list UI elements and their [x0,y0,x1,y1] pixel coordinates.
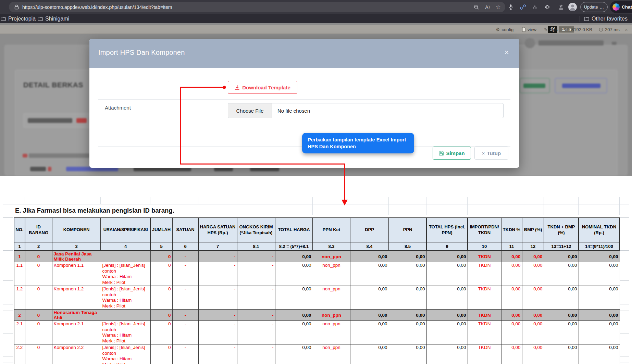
group-row: 10Jasa Penilai Jasa Milik Daerah0---0,00… [14,251,620,262]
cell-ongkos: - [237,310,275,321]
column-index-cell: 10 [468,242,501,251]
favorite-star-icon[interactable]: ☆ [494,0,503,14]
cell-tkdn: 0,00 [501,344,522,364]
debug-time-item[interactable]: 207 ms [599,25,620,34]
collections-icon[interactable] [557,0,566,14]
cell-uraian: [Jenis] : [Isian_Jenis]contohWarna : Hit… [101,321,150,344]
cell-no: 2.1 [14,321,25,344]
symfony-debug-toolbar [0,25,632,34]
column-header: SATUAN [172,218,198,242]
zoom-icon[interactable] [472,0,481,14]
bookmarks-bar [0,14,632,23]
cell-bmp: 0,00 [522,310,544,321]
cell-tkdn: 0,00 [501,310,522,321]
memory-icon [565,28,570,32]
chat-label: Chat [622,4,632,10]
modal-close-icon[interactable]: × [504,48,509,57]
column-header: TKDN % [501,218,522,242]
user-name-blur [538,40,604,46]
browser-update-button[interactable]: Update … [580,2,608,12]
cell-tkdn: 0,00 [501,262,522,286]
column-header: KOMPONEN [52,218,101,242]
cell-tkdn: 0,00 [501,251,522,262]
item-row: 2.20Komponen 2.2[Jenis] : [Isian_Jenis]c… [14,344,620,364]
cell-ppn: 0,00 [389,262,426,286]
cell-uraian [101,310,150,321]
cell-bmp: 0,00 [522,286,544,310]
cell-jumlah: 0 [150,310,172,321]
cell-ppn_ket: non_ppn [313,344,350,364]
chevron-down-icon [612,42,617,45]
cell-ppn_ket: non_ppn [313,262,350,286]
link-copy-icon[interactable] [518,0,527,14]
cell-import_pdn_tkdn: TKDN [468,344,501,364]
gear-icon: ⚙ [496,27,500,32]
cell-ppn: 0,00 [389,310,426,321]
column-header: NO. [14,218,25,242]
column-index-cell: 6 [172,242,198,251]
column-index-cell: 2 [25,242,52,251]
bookmark-shinigami[interactable]: Shinigami [38,14,69,23]
close-x-icon: × [482,150,485,156]
cell-ppn_ket: non_ppn [313,321,350,344]
cell-ongkos: - [237,251,275,262]
debug-view-item[interactable]: view [522,25,536,34]
cell-no: 2 [14,310,25,321]
tracking-prevention-icon[interactable] [530,0,539,14]
cell-harga_satuan: - [198,310,237,321]
column-header: PPN Ket [313,218,350,242]
bookmark-projectopia[interactable]: Projectopia [1,14,36,23]
bookmark-label: Projectopia [8,16,36,22]
microphone-icon[interactable] [506,0,515,14]
column-header: HARGA SATUAN HPS (Rp.) [198,218,237,242]
update-label: Update [584,5,598,10]
folder-icon [1,16,6,21]
item-row: 1.20Komponen 1.2[Jenis] : [Isian_Jenis]c… [14,286,620,310]
cell-harga_satuan: - [198,344,237,364]
cell-id: 0 [25,262,52,286]
cell-ongkos: - [237,321,275,344]
debug-logs-item[interactable]: ✎ logs [544,25,558,34]
cell-ppn_ket: non_ppn [313,251,350,262]
dim-blue-button [555,78,607,93]
dim-text-line [29,153,90,158]
choose-file-button[interactable]: Choose File [228,103,272,118]
cell-tkdn: 0,00 [501,321,522,344]
cell-total_hps: 0,00 [426,262,468,286]
download-template-button[interactable]: Download Template [228,81,297,94]
cell-dpp: 0,00 [350,262,389,286]
address-bar[interactable]: https://ulp-soetomo.appdev.web.id/index.… [9,2,505,12]
toolbar-divider [554,3,554,11]
debug-config-item[interactable]: ⚙ config [496,25,513,34]
debug-memory-item[interactable]: 8192.0 KB [565,25,592,34]
cell-nominal: 0,00 [579,344,620,364]
cell-tkdn_bmp: 0,00 [544,251,579,262]
cell-harga_satuan: - [198,251,237,262]
column-header: DPP [350,218,389,242]
cell-ongkos: - [237,286,275,310]
column-header: NOMINAL TKDN (Rp.) [579,218,620,242]
attachment-file-input[interactable]: Choose File No file chosen [228,103,504,118]
read-aloud-icon[interactable]: A) [483,0,492,14]
save-button[interactable]: Simpan [433,147,471,160]
cell-jumlah: 0 [150,321,172,344]
profile-avatar[interactable] [568,3,577,11]
attachment-label: Attachment [105,105,131,111]
download-icon [235,85,240,90]
modal-divider [98,99,510,100]
logs-label: logs [549,27,558,32]
cell-tkdn_bmp: 0,00 [544,344,579,364]
close-button[interactable]: × Tutup [474,147,508,160]
bookmark-other-favorites[interactable]: Other favorites [584,14,628,23]
cell-nominal: 0,00 [579,310,620,321]
extensions-puzzle-icon[interactable] [543,0,552,14]
lock-icon [14,4,19,10]
pencil-icon: ✎ [544,27,548,32]
copilot-chat-button[interactable]: Chat [610,1,632,13]
debug-close-button[interactable]: × [625,25,628,34]
cell-harga_satuan: - [198,262,237,286]
cell-satuan: - [172,251,198,262]
cell-id: 0 [25,344,52,364]
column-index-cell: 3 [52,242,101,251]
column-index-cell: 1 [14,242,25,251]
